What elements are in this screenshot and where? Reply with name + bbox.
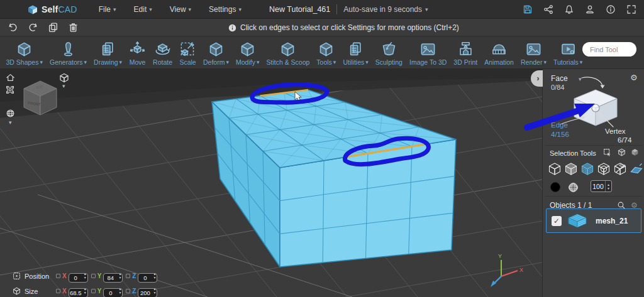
- edge-label[interactable]: Edge: [551, 121, 568, 129]
- hint-message: Click on edges to select or click Settin…: [228, 19, 459, 36]
- redo-icon[interactable]: [28, 22, 38, 33]
- axis-lock-checkbox[interactable]: [91, 274, 96, 278]
- chevron-down-icon[interactable]: ▾: [62, 83, 65, 89]
- axis-lock-checkbox[interactable]: [56, 289, 60, 293]
- plane-select-icon[interactable]: [630, 162, 643, 176]
- info-icon: [228, 24, 236, 32]
- cube-icon: [279, 41, 296, 58]
- delete-icon[interactable]: [68, 22, 79, 33]
- tool-sculpting[interactable]: Sculpting: [372, 36, 406, 68]
- mode-selector[interactable]: Face ▾: [551, 74, 582, 83]
- spinner-arrows[interactable]: ▲▼: [84, 272, 87, 279]
- gear-icon[interactable]: ⚙: [630, 73, 638, 82]
- capture-view-icon[interactable]: [6, 85, 14, 94]
- cube-mesh-active-icon[interactable]: [580, 162, 594, 176]
- tool-animation[interactable]: Animation: [481, 36, 518, 68]
- cube-slice-icon[interactable]: [613, 162, 627, 176]
- svg-text:X: X: [519, 267, 523, 273]
- size-label: Size: [25, 288, 56, 295]
- selection-tools-label: Selection Tools: [550, 149, 596, 157]
- axis-lock-checkbox[interactable]: [126, 274, 130, 278]
- menu-view[interactable]: View▾: [161, 0, 200, 19]
- object-visibility-checkbox[interactable]: ✓: [552, 216, 562, 226]
- chevron-down-icon: ▾: [40, 59, 43, 65]
- menu-settings[interactable]: Settings▾: [200, 0, 250, 19]
- undo-icon[interactable]: [8, 22, 18, 33]
- save-icon[interactable]: [523, 4, 533, 14]
- cube-icon: [16, 41, 33, 58]
- tool-rotate[interactable]: Rotate: [150, 36, 176, 68]
- menubar: File▾Edit▾View▾Settings▾: [90, 0, 250, 19]
- cube-sphere-icon[interactable]: [597, 162, 611, 176]
- chevron-down-icon: ▾: [189, 6, 192, 13]
- spinner-arrows[interactable]: ▲▼: [153, 272, 157, 279]
- tool-modify[interactable]: Modify▾: [233, 36, 263, 68]
- home-view-icon[interactable]: [6, 73, 15, 82]
- svg-text:Y: Y: [498, 253, 502, 259]
- marquee-select-icon[interactable]: [603, 148, 611, 156]
- cube-outline-icon[interactable]: [548, 162, 562, 176]
- axis-lock-checkbox[interactable]: [126, 289, 130, 293]
- selfcad-app: SelfCAD File▾Edit▾View▾Settings▾ New Tut…: [0, 0, 644, 297]
- position-label: Position: [25, 273, 56, 280]
- chevron-down-icon: ▾: [333, 59, 336, 65]
- tolerance-spinbox[interactable]: ▲▼: [591, 180, 612, 192]
- spinner-arrows[interactable]: ▲▼: [153, 287, 157, 294]
- axis-label: X: [62, 288, 67, 294]
- divider: [545, 196, 642, 197]
- tool-drawing[interactable]: Drawing▾: [91, 36, 126, 68]
- tool-move[interactable]: Move: [126, 36, 150, 68]
- selfcad-logo[interactable]: SelfCAD: [28, 4, 77, 14]
- info-icon[interactable]: [606, 4, 616, 14]
- pin-icon: [60, 41, 77, 58]
- tool-tools[interactable]: Tools▾: [313, 36, 340, 68]
- cube-icon: [318, 41, 335, 58]
- workspace-settings-icon[interactable]: [6, 109, 15, 118]
- tolerance-input[interactable]: [591, 181, 605, 192]
- tool-utilities[interactable]: Utilities▾: [340, 36, 372, 68]
- spinner-arrows[interactable]: ▲▼: [605, 181, 611, 192]
- chevron-down-icon: ▾: [365, 59, 369, 65]
- dice-select-icon[interactable]: [618, 148, 626, 156]
- axis-lock-checkbox[interactable]: [91, 289, 96, 293]
- menu-edit[interactable]: Edit▾: [125, 0, 161, 19]
- cube-dense-mesh-icon[interactable]: [564, 162, 578, 176]
- panel-collapse-tab[interactable]: ›: [531, 70, 543, 87]
- vertex-label[interactable]: Vertex: [605, 127, 626, 135]
- move-icon: [129, 41, 146, 58]
- view-cube[interactable]: FRONTTOP: [20, 79, 60, 124]
- tool-3d-print[interactable]: 3D Print: [450, 36, 481, 68]
- autosave-status[interactable]: Auto-save in 9 seconds▾: [343, 5, 428, 14]
- chevron-down-icon: ▾: [580, 59, 583, 65]
- fullscreen-icon[interactable]: [626, 4, 636, 14]
- spinner-arrows[interactable]: ▲▼: [118, 287, 121, 294]
- isometric-view-icon[interactable]: [59, 73, 69, 83]
- copy-icon[interactable]: [48, 22, 58, 33]
- vertex-count: 6/74: [618, 136, 631, 144]
- object-row[interactable]: ✓mesh_21: [546, 208, 641, 233]
- color-swatch[interactable]: [550, 182, 560, 192]
- chevron-down-icon[interactable]: ▾: [9, 119, 12, 126]
- material-sphere-icon[interactable]: [568, 182, 579, 193]
- find-tool-input[interactable]: [582, 42, 636, 57]
- tool-3d-shapes[interactable]: 3D Shapes▾: [3, 36, 46, 68]
- viewport-3d[interactable]: YX FRONTTOP ▾ ▾ PositionX▲▼Y▲▼Z▲▼SizeX▲▼…: [0, 69, 542, 297]
- tool-tutorials[interactable]: Tutorials▾: [550, 36, 586, 68]
- tool-generators[interactable]: Generators▾: [46, 36, 90, 68]
- menu-file[interactable]: File▾: [90, 0, 125, 19]
- spinner-arrows[interactable]: ▲▼: [84, 287, 87, 294]
- tool-image-to-3d[interactable]: Image To 3D: [406, 36, 450, 68]
- tool-render[interactable]: Render▾: [517, 36, 550, 68]
- spinner-arrows[interactable]: ▲▼: [118, 272, 121, 279]
- notifications-icon[interactable]: [564, 4, 574, 14]
- solid-cube-icon[interactable]: [631, 148, 639, 156]
- axis-lock-checkbox[interactable]: [56, 274, 60, 278]
- scene-canvas: YX: [0, 69, 542, 297]
- tool-scale[interactable]: Scale: [176, 36, 200, 68]
- tool-stitch-scoop[interactable]: Stitch & Scoop: [263, 36, 313, 68]
- document-title-cluster: New Tutorial_461 Auto-save in 9 seconds▾: [269, 0, 428, 19]
- share-icon[interactable]: [543, 4, 553, 14]
- account-icon[interactable]: [585, 4, 595, 14]
- main-toolbar: 3D Shapes▾Generators▾Drawing▾MoveRotateS…: [0, 36, 644, 69]
- tool-deform[interactable]: Deform▾: [200, 36, 233, 68]
